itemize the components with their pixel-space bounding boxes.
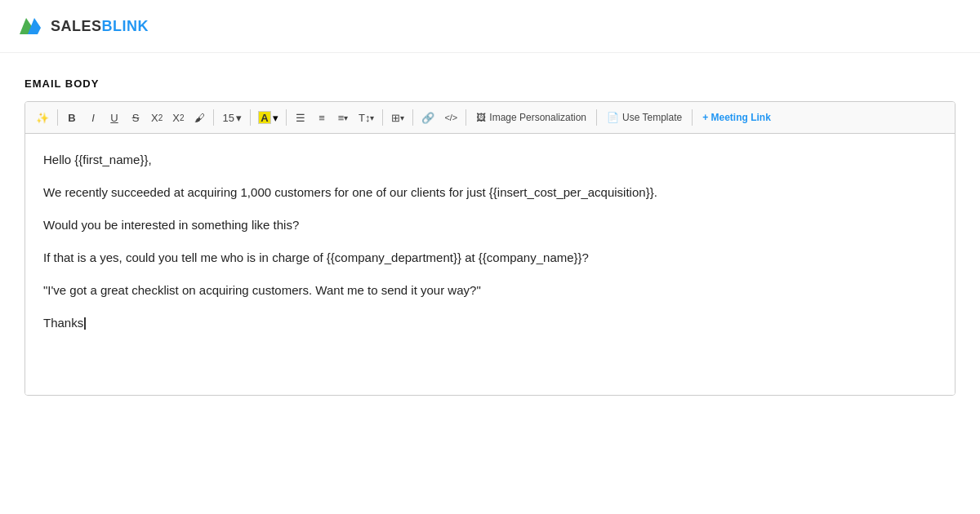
meeting-link-button[interactable]: + Meeting Link xyxy=(697,109,777,126)
color-letter: A xyxy=(261,112,268,124)
superscript-button[interactable]: X2 xyxy=(147,107,167,128)
divider-3 xyxy=(250,109,251,126)
editor-body[interactable]: Hello {{first_name}}, We recently succee… xyxy=(25,134,955,395)
underline-button[interactable]: U xyxy=(105,107,124,128)
editor-line-3: Would you be interested in something lik… xyxy=(43,215,937,235)
logo-blink: BLINK xyxy=(102,18,149,34)
unordered-list-button[interactable]: ≡ xyxy=(312,107,332,128)
unordered-list-icon: ≡ xyxy=(318,112,325,124)
editor-line-6-text: Thanks xyxy=(43,316,83,330)
color-swatch: A xyxy=(258,111,271,124)
editor-line-4: If that is a yes, could you tell me who … xyxy=(43,248,937,268)
align-icon: ≡ xyxy=(338,112,345,124)
subscript-button[interactable]: X2 xyxy=(168,107,188,128)
table-button[interactable]: ⊞ ▾ xyxy=(387,107,408,128)
image-personalization-button[interactable]: 🖼 Image Personalization xyxy=(470,109,592,126)
divider-4 xyxy=(286,109,287,126)
divider-6 xyxy=(412,109,413,126)
code-button[interactable]: </> xyxy=(440,107,461,128)
text-style-button[interactable]: T↕ ▾ xyxy=(354,107,378,128)
header: SALESBLINK xyxy=(0,0,980,53)
divider-7 xyxy=(466,109,466,126)
main-content: EMAIL BODY ✨ B I U S X2 X2 🖌 15 ▾ xyxy=(0,53,980,412)
link-button[interactable]: 🔗 xyxy=(417,107,439,128)
color-dropdown-icon: ▾ xyxy=(273,112,278,124)
editor-container: ✨ B I U S X2 X2 🖌 15 ▾ A ▾ xyxy=(24,101,956,396)
font-size-button[interactable]: 15 ▾ xyxy=(218,109,245,126)
code-icon: </> xyxy=(444,113,457,122)
editor-line-5: "I've got a great checklist on acquiring… xyxy=(43,281,937,300)
font-color-button[interactable]: A ▾ xyxy=(255,109,282,126)
magic-icon: ✨ xyxy=(36,112,49,124)
section-label: EMAIL BODY xyxy=(24,78,956,90)
divider-8 xyxy=(596,109,597,126)
divider-9 xyxy=(692,109,693,126)
editor-line-6: Thanks xyxy=(43,313,937,333)
text-style-icon: T↕ xyxy=(359,112,370,124)
meeting-link-label: + Meeting Link xyxy=(702,112,771,123)
divider-2 xyxy=(213,109,214,126)
use-template-button[interactable]: 📄 Use Template xyxy=(601,109,688,126)
font-size-dropdown-icon: ▾ xyxy=(236,112,242,124)
toolbar: ✨ B I U S X2 X2 🖌 15 ▾ A ▾ xyxy=(25,102,955,134)
italic-button[interactable]: I xyxy=(83,107,103,128)
table-dropdown-icon: ▾ xyxy=(400,113,404,122)
table-icon: ⊞ xyxy=(391,112,400,124)
divider-1 xyxy=(57,109,58,126)
ordered-list-button[interactable]: ☰ xyxy=(291,107,310,128)
logo-text: SALESBLINK xyxy=(51,18,149,35)
clear-format-icon: 🖌 xyxy=(194,112,205,124)
magic-button[interactable]: ✨ xyxy=(32,107,53,128)
template-icon: 📄 xyxy=(607,112,619,123)
text-style-dropdown-icon: ▾ xyxy=(370,113,374,122)
logo: SALESBLINK xyxy=(16,11,149,41)
editor-line-1: Hello {{first_name}}, xyxy=(43,150,937,170)
align-button[interactable]: ≡ ▾ xyxy=(333,107,353,128)
logo-sales: SALES xyxy=(51,18,102,34)
link-icon: 🔗 xyxy=(421,112,434,124)
salesblink-logo-icon xyxy=(16,11,46,41)
use-template-label: Use Template xyxy=(622,112,682,123)
divider-5 xyxy=(382,109,383,126)
image-icon: 🖼 xyxy=(476,112,486,123)
clear-format-button[interactable]: 🖌 xyxy=(189,107,209,128)
text-cursor xyxy=(84,317,86,330)
image-personalization-label: Image Personalization xyxy=(489,112,586,123)
font-size-value: 15 xyxy=(222,112,234,124)
bold-button[interactable]: B xyxy=(62,107,82,128)
editor-line-2: We recently succeeded at acquiring 1,000… xyxy=(43,183,937,202)
strikethrough-button[interactable]: S xyxy=(126,107,145,128)
ordered-list-icon: ☰ xyxy=(296,112,305,124)
align-dropdown-icon: ▾ xyxy=(344,113,348,122)
